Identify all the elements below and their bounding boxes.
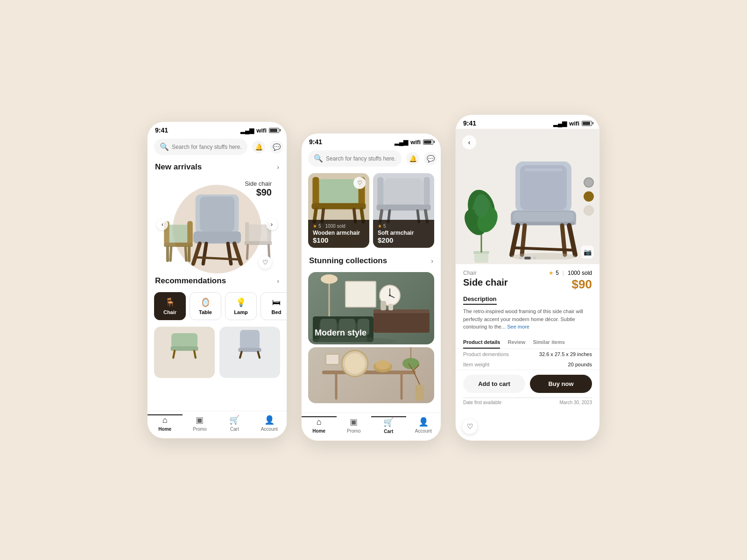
svg-rect-31 [312, 177, 319, 208]
star-icon-2: ★ [378, 224, 382, 229]
buy-now-button[interactable]: Buy now [530, 375, 592, 393]
search-icon: 🔍 [160, 142, 169, 151]
battery-icon-2 [423, 140, 433, 145]
hero-carousel: Side chair $90 ‹ › ♡ [155, 175, 279, 273]
product-info: Chair ★ 5 | 1000 sold Side chair $90 Des… [456, 264, 599, 336]
nav-promo-1[interactable]: ▣ Promo [183, 415, 218, 432]
svg-rect-92 [513, 212, 574, 221]
nav-home-1[interactable]: ⌂ Home [148, 414, 183, 432]
recommendations-arrow[interactable]: › [277, 277, 279, 285]
category-lamp[interactable]: 💡 Lamp [225, 292, 257, 320]
product-meta: Chair ★ 5 | 1000 sold [463, 270, 592, 276]
cart-label-2: Cart [384, 429, 393, 434]
spec-label-dimensions: Product dementions [463, 351, 509, 357]
color-swatches [584, 177, 594, 216]
svg-line-14 [228, 244, 231, 264]
table-icon: 🪞 [200, 297, 211, 308]
category-table[interactable]: 🪞 Table [190, 292, 221, 320]
svg-line-15 [196, 257, 239, 259]
featured-name-1: Wooden armchair [313, 230, 365, 236]
svg-rect-76 [416, 385, 424, 401]
star-icon-1: ★ [313, 224, 317, 229]
nav-cart-2[interactable]: 🛒 Cart [371, 416, 406, 434]
search-input-wrap-2[interactable]: 🔍 [308, 150, 402, 167]
star-icon-detail: ★ [549, 270, 554, 276]
color-gray[interactable] [584, 177, 594, 188]
product-image-area: ‹ 📷 [456, 129, 599, 264]
nav-promo-2[interactable]: ▣ Promo [337, 417, 372, 434]
tab-similar[interactable]: Similar items [533, 339, 564, 349]
nav-account-1[interactable]: 👤 Account [252, 415, 287, 432]
nav-account-2[interactable]: 👤 Account [406, 417, 441, 434]
featured-wishlist-1[interactable]: ♡ [353, 177, 366, 189]
svg-line-96 [522, 225, 525, 255]
lamp-icon: 💡 [236, 297, 246, 308]
camera-button[interactable]: 📷 [581, 245, 594, 259]
carousel-prev[interactable]: ‹ [157, 219, 168, 230]
promo-label: Promo [193, 427, 206, 432]
notification-icon[interactable]: 🔔 [252, 140, 265, 154]
add-to-cart-button[interactable]: Add to cart [463, 375, 525, 393]
svg-rect-33 [311, 203, 366, 209]
hero-item-name: Side chair [245, 180, 272, 187]
svg-point-65 [308, 337, 397, 344]
featured-row: ♡ ★ 5 1000 sold Wooden armchair $100 [302, 171, 441, 250]
recommendations-title: Recommendations › [148, 273, 287, 289]
category-chair[interactable]: 🪑 Chair [154, 292, 186, 320]
svg-line-6 [170, 247, 171, 260]
svg-rect-39 [377, 177, 383, 208]
back-button[interactable]: ‹ [462, 135, 476, 149]
product-img-1 [154, 327, 215, 359]
action-bar: Add to cart Buy now [456, 370, 599, 398]
collection-modern[interactable]: Modern style [308, 272, 434, 344]
search-input-2[interactable] [326, 155, 396, 162]
date-value: March 30, 2023 [560, 400, 592, 405]
svg-rect-56 [381, 301, 386, 310]
tab-review[interactable]: Review [507, 339, 525, 349]
search-action-icons: 🔔 💬 [252, 140, 283, 154]
home-label: Home [158, 427, 171, 432]
home-icon-2: ⌂ [317, 417, 322, 427]
color-cream[interactable] [584, 205, 594, 216]
collections-arrow[interactable]: › [431, 257, 433, 265]
product-card-1[interactable] [154, 327, 215, 378]
new-arrivals-arrow[interactable]: › [277, 163, 279, 171]
svg-point-87 [474, 194, 489, 217]
featured-name-2: Soft armchair [378, 230, 430, 236]
featured-overlay-2: ★ 5 Soft armchair $200 [373, 220, 434, 248]
table-label: Table [199, 309, 212, 315]
cart-label: Cart [230, 427, 239, 432]
see-more-link[interactable]: See more [507, 324, 529, 329]
product-card-2[interactable] [219, 327, 280, 378]
svg-rect-54 [374, 312, 430, 333]
svg-line-77 [413, 371, 420, 385]
search-input-wrap[interactable]: 🔍 [154, 139, 247, 155]
color-brown[interactable] [584, 191, 594, 202]
notification-icon-2[interactable]: 🔔 [406, 152, 419, 165]
nav-home-2[interactable]: ⌂ Home [302, 416, 337, 434]
account-label: Account [261, 427, 278, 432]
status-bar-3: 9:41 ▂▄▆ wifi [456, 115, 599, 129]
featured-card-soft[interactable]: ★ 5 Soft armchair $200 [373, 173, 434, 248]
phone-collections: 9:41 ▂▄▆ wifi 🔍 🔔 💬 [301, 133, 441, 441]
hero-wishlist[interactable]: ♡ [259, 256, 272, 269]
message-icon[interactable]: 💬 [270, 140, 283, 154]
featured-price-1: $100 [313, 236, 365, 244]
nav-cart-1[interactable]: 🛒 Cart [217, 415, 252, 432]
category-bed[interactable]: 🛏 Bed [261, 292, 287, 320]
plant-decoration [460, 180, 502, 264]
message-icon-2[interactable]: 💬 [424, 152, 437, 165]
collection-natural[interactable] [308, 347, 434, 403]
sold-count: 1000 sold [568, 270, 592, 276]
new-arrivals-title: New arrivals › [148, 160, 287, 175]
chair-label: Chair [163, 309, 176, 315]
tab-product-details[interactable]: Product details [463, 339, 500, 349]
featured-price-2: $200 [378, 236, 430, 244]
search-input[interactable] [172, 144, 242, 150]
time-2: 9:41 [309, 138, 322, 146]
featured-card-wooden[interactable]: ♡ ★ 5 1000 sold Wooden armchair $100 [308, 173, 369, 248]
carousel-next[interactable]: › [266, 219, 277, 230]
status-bar-2: 9:41 ▂▄▆ wifi [302, 133, 441, 147]
detail-wishlist[interactable]: ♡ [462, 419, 477, 434]
status-icons-1: ▂▄▆ wifi [240, 127, 279, 134]
